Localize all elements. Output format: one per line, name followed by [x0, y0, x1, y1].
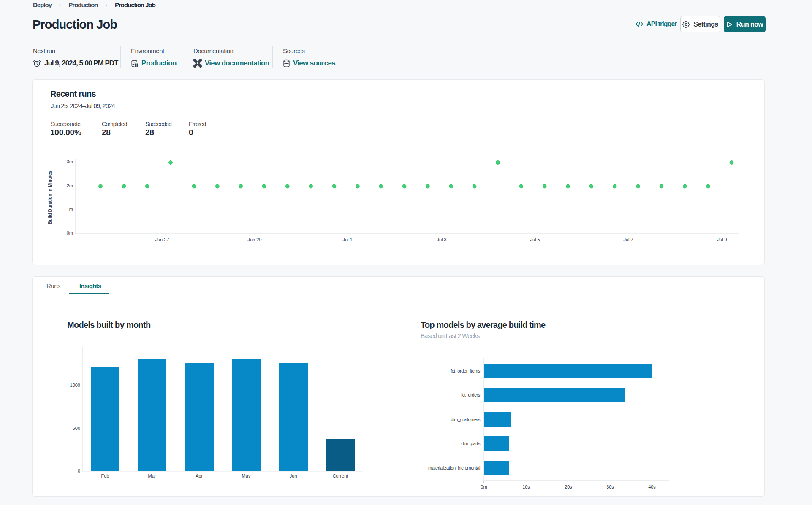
svg-text:1m: 1m: [67, 207, 73, 212]
svg-text:dim_customers: dim_customers: [451, 417, 481, 422]
svg-text:dim_parts: dim_parts: [461, 441, 481, 446]
svg-text:0m: 0m: [67, 230, 73, 235]
svg-text:Jul 1: Jul 1: [342, 237, 352, 242]
svg-text:fct_order_items: fct_order_items: [451, 368, 481, 373]
svg-text:Build Duration in Minutes: Build Duration in Minutes: [47, 170, 52, 224]
svg-text:40s: 40s: [648, 484, 656, 489]
svg-text:20s: 20s: [565, 484, 572, 489]
svg-text:3m: 3m: [67, 159, 73, 164]
svg-text:0: 0: [78, 468, 80, 473]
svg-text:2m: 2m: [67, 183, 73, 188]
svg-text:500: 500: [73, 426, 80, 431]
svg-text:May: May: [242, 473, 251, 478]
svg-text:materialization_incremental: materialization_incremental: [428, 465, 480, 470]
svg-text:10s: 10s: [522, 484, 530, 489]
svg-text:Apr: Apr: [196, 473, 203, 478]
svg-text:0m: 0m: [481, 484, 487, 489]
svg-text:Jul 3: Jul 3: [437, 237, 446, 242]
svg-text:Jul 5: Jul 5: [530, 237, 540, 242]
svg-text:Mar: Mar: [148, 473, 156, 478]
svg-text:Feb: Feb: [101, 473, 109, 478]
svg-text:Jun 27: Jun 27: [155, 237, 169, 242]
svg-text:Jul 9: Jul 9: [717, 237, 727, 242]
svg-text:Jun: Jun: [290, 473, 297, 478]
svg-text:Current: Current: [333, 473, 348, 478]
svg-text:30s: 30s: [606, 484, 614, 489]
svg-text:Jul 7: Jul 7: [623, 237, 633, 242]
svg-text:1000: 1000: [70, 383, 80, 388]
svg-text:Jun 29: Jun 29: [247, 237, 261, 242]
svg-text:fct_orders: fct_orders: [461, 392, 481, 397]
